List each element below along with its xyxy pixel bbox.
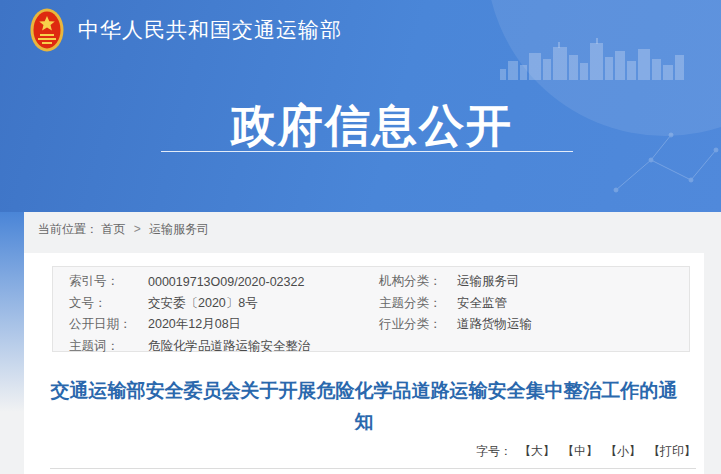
- site-brand[interactable]: 中华人民共和国交通运输部: [30, 8, 342, 52]
- site-header: 中华人民共和国交通运输部 政府信息公开: [0, 0, 721, 212]
- network-lines-decoration: [611, 130, 721, 210]
- page-title: 政府信息公开: [231, 96, 513, 156]
- meta-row-doc-number: 文号： 交安委〔2020〕8号: [53, 293, 371, 315]
- meta-row-publish-date: 公开日期： 2020年12月08日: [53, 314, 371, 336]
- breadcrumb-home-link[interactable]: 首页: [101, 222, 125, 236]
- meta-column-right: 机构分类： 运输服务司 主题分类： 安全监管 行业分类： 道路货物运输: [371, 271, 689, 336]
- font-size-small-button[interactable]: 【小】: [605, 444, 641, 458]
- document-title: 交通运输部安全委员会关于开展危险化学品道路运输安全集中整治工作的通知: [44, 375, 684, 437]
- title-underline: [161, 151, 573, 152]
- meta-row-topic-category: 主题分类： 安全监管: [371, 293, 689, 315]
- meta-row-industry-category: 行业分类： 道路货物运输: [371, 314, 689, 336]
- meta-row-index-number: 索引号： 000019713O09/2020-02322: [53, 271, 371, 293]
- site-name[interactable]: 中华人民共和国交通运输部: [78, 8, 342, 52]
- left-gradient-strip: [0, 212, 24, 412]
- national-emblem-icon: [30, 8, 64, 52]
- meta-row-agency-category: 机构分类： 运输服务司: [371, 271, 689, 293]
- font-size-large-button[interactable]: 【大】: [519, 444, 555, 458]
- city-skyline-graphic: [500, 38, 685, 80]
- document-meta-table: 索引号： 000019713O09/2020-02322 文号： 交安委〔202…: [52, 266, 690, 352]
- print-button[interactable]: 【打印】: [648, 444, 696, 458]
- meta-row-keywords: 主题词： 危险化学品道路运输安全整治: [53, 336, 371, 358]
- font-size-label: 字号：: [476, 444, 512, 458]
- breadcrumb-separator: >: [134, 222, 141, 236]
- breadcrumb-label: 当前位置：: [38, 222, 98, 236]
- font-size-medium-button[interactable]: 【中】: [562, 444, 598, 458]
- font-size-toolbar: 字号：【大】【中】【小】【打印】: [476, 443, 696, 460]
- breadcrumb-current-link[interactable]: 运输服务司: [149, 222, 209, 236]
- meta-column-left: 索引号： 000019713O09/2020-02322 文号： 交安委〔202…: [53, 271, 371, 357]
- content-divider: [50, 468, 696, 469]
- content-panel: 索引号： 000019713O09/2020-02322 文号： 交安委〔202…: [24, 253, 704, 474]
- breadcrumb: 当前位置： 首页 > 运输服务司: [38, 221, 209, 238]
